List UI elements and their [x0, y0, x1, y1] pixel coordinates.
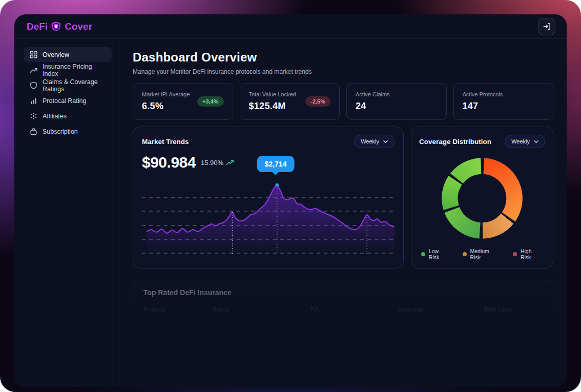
market-trends-title: Market Trends [142, 138, 189, 146]
stat-label: Active Claims [356, 91, 390, 97]
legend-dot [463, 252, 467, 256]
stat-label: Total Value Locked [249, 91, 296, 97]
donut-chart-wrap [419, 148, 545, 248]
page-title: Dashboard Overview [133, 50, 553, 65]
sidebar: Overview Insurance Pricing Index [14, 39, 119, 387]
legend-label: Low Risk [429, 248, 450, 260]
legend-item-high-risk: High Risk [513, 248, 543, 260]
market-trends-card: Market Trends Weekly $90.984 1 [133, 127, 404, 269]
sidebar-item-overview[interactable]: Overview [24, 47, 112, 62]
app-window: DeFi Cover [14, 14, 567, 387]
main-content: Dashboard Overview Manage your Monitor D… [119, 39, 567, 387]
coverage-title: Coverage Distribution [419, 138, 491, 146]
grid-icon [30, 51, 37, 58]
stat-card-active-claims: Active Claims 24 [346, 83, 447, 120]
column-header: Rating [212, 306, 309, 313]
table-title: Top Rated DeFi Insurance [133, 288, 553, 297]
stat-value: $125.4M [249, 101, 296, 112]
trend-up-arrow-icon [226, 159, 234, 166]
coverage-period-dropdown[interactable]: Weekly [505, 135, 545, 148]
chevron-down-icon [383, 140, 388, 143]
stat-value: 24 [356, 101, 390, 112]
login-button[interactable] [538, 18, 555, 35]
column-header: Coverage [398, 306, 485, 313]
donut-legend: Low Risk Medium Risk High Risk [419, 248, 545, 261]
stat-card-market-ipi: Market IPI Average 6.5% +3,4% [133, 83, 233, 120]
stat-label: Market IPI Average [142, 91, 190, 97]
donut-chart[interactable] [438, 154, 526, 242]
table-header-row: Protocal Rating TVL Coverage Risk Level [133, 306, 553, 313]
legend-label: Medium Risk [470, 248, 501, 260]
sidebar-item-affiliates[interactable]: Affiliates [24, 109, 112, 123]
stat-card-tvl: Total Value Locked $125.4M -2,5% [240, 83, 340, 120]
legend-item-medium-risk: Medium Risk [463, 248, 501, 260]
brand-logo: DeFi Cover [27, 20, 92, 32]
sidebar-item-label: Affiliates [43, 113, 67, 120]
sidebar-item-label: Overview [43, 51, 69, 58]
period-label: Weekly [361, 138, 379, 145]
coverage-distribution-card: Coverage Distribution Weekly [411, 127, 553, 269]
brand-name-second: Cover [65, 21, 92, 32]
stat-value: 147 [463, 101, 503, 112]
stat-card-active-protocols: Active Protocols 147 [453, 83, 554, 120]
top-rated-table-card: Top Rated DeFi Insurance Protocal Rating… [133, 280, 553, 382]
column-header: Risk Level [485, 306, 543, 313]
market-trends-change: 15.90% [201, 159, 223, 167]
sidebar-item-claims-coverage-ratings[interactable]: Claims & Coverage Ratings [24, 78, 112, 93]
sidebar-item-protocal-rating[interactable]: Protocal Rating [24, 93, 112, 108]
sidebar-item-label: Claims & Coverage Ratings [43, 78, 106, 93]
stat-value: 6.5% [142, 101, 190, 112]
chevron-down-icon [534, 140, 538, 143]
legend-dot [421, 252, 425, 256]
period-label: Weekly [511, 138, 530, 145]
area-chart [142, 183, 395, 260]
legend-label: High Risk [521, 248, 543, 260]
top-header: DeFi Cover [14, 14, 567, 39]
charts-row: Market Trends Weekly $90.984 1 [133, 127, 553, 269]
page-subtitle: Manage your Monitor DeFi insurance proto… [133, 68, 553, 75]
shield-icon [30, 81, 37, 89]
legend-dot [513, 252, 517, 256]
network-dots-icon [30, 112, 37, 120]
shield-logo-icon [50, 20, 62, 32]
page-background: DeFi Cover [0, 0, 581, 392]
sidebar-item-label: Subscription [43, 128, 78, 135]
stats-row: Market IPI Average 6.5% +3,4% Total Valu… [133, 83, 553, 120]
stat-label: Active Protocols [463, 91, 503, 97]
sidebar-item-subscription[interactable]: Subscription [24, 124, 112, 139]
legend-item-low-risk: Low Risk [421, 248, 450, 260]
change-badge: +3,4% [197, 96, 224, 107]
market-trends-chart-area[interactable] [142, 171, 395, 261]
market-trends-period-dropdown[interactable]: Weekly [354, 135, 395, 148]
sidebar-item-insurance-pricing-index[interactable]: Insurance Pricing Index [24, 63, 112, 77]
bag-icon [30, 128, 37, 135]
log-in-icon [543, 22, 551, 31]
brand-name-first: DeFi [27, 21, 48, 32]
change-badge: -2,5% [305, 96, 330, 107]
sidebar-item-label: Insurance Pricing Index [43, 63, 106, 77]
column-header: TVL [309, 306, 398, 313]
chart-tooltip: $2,714 [257, 156, 295, 172]
market-trends-value: $90.984 [142, 154, 196, 171]
trending-up-icon [30, 66, 37, 74]
column-header: Protocal [143, 306, 212, 313]
sidebar-item-label: Protocal Rating [43, 97, 86, 105]
bar-chart-icon [30, 97, 37, 105]
